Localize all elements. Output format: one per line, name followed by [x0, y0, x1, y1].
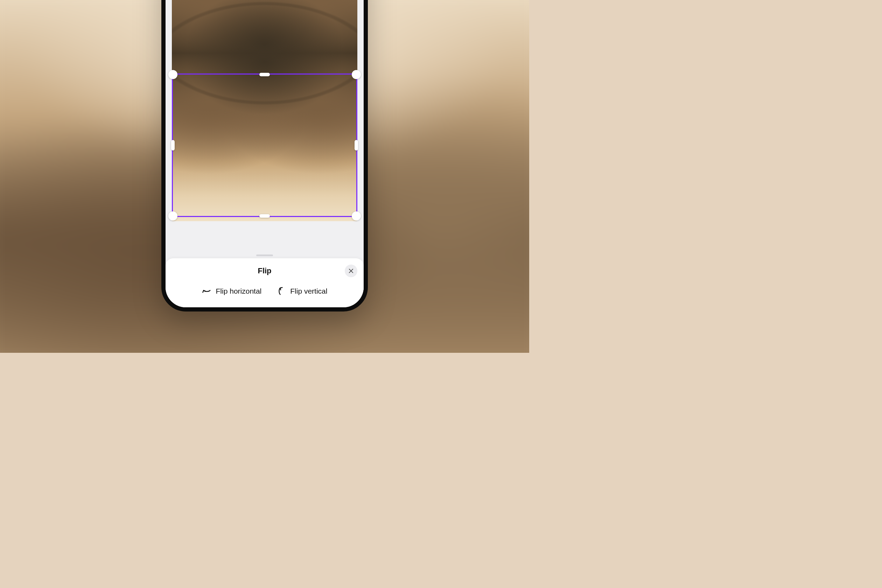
resize-handle-top[interactable] [260, 73, 270, 76]
resize-handle-bottom-left[interactable] [168, 212, 177, 220]
canvas-image-original[interactable] [172, 0, 357, 53]
editor-canvas[interactable] [165, 0, 364, 251]
sheet-grabber[interactable] [256, 255, 273, 256]
canvas-image-flipped[interactable] [172, 53, 357, 221]
canvas-image-stack [172, 0, 357, 221]
resize-handle-top-right[interactable] [352, 70, 361, 79]
desert-photo [172, 0, 357, 53]
resize-handle-top-left[interactable] [168, 70, 177, 79]
resize-handle-bottom[interactable] [260, 214, 270, 218]
resize-handle-right[interactable] [354, 140, 358, 150]
desert-photo-flipped [172, 53, 357, 221]
resize-handle-left[interactable] [171, 140, 175, 150]
close-button[interactable] [345, 265, 357, 277]
close-icon [348, 268, 354, 274]
phone-screen: Flip Flip horizontal [165, 0, 364, 307]
sheet-header: Flip [172, 264, 357, 278]
flip-horizontal-button[interactable]: Flip horizontal [201, 284, 263, 298]
resize-handle-bottom-right[interactable] [352, 212, 361, 220]
flip-vertical-icon [276, 286, 286, 296]
phone-mockup: Flip Flip horizontal [161, 0, 368, 312]
flip-actions-row: Flip horizontal Flip vertical [172, 284, 357, 298]
flip-horizontal-icon [202, 286, 212, 296]
flip-horizontal-label: Flip horizontal [216, 287, 262, 296]
flip-vertical-button[interactable]: Flip vertical [275, 284, 328, 298]
flip-sheet: Flip Flip horizontal [165, 258, 364, 307]
flip-vertical-label: Flip vertical [290, 287, 327, 296]
sheet-title: Flip [258, 266, 271, 276]
